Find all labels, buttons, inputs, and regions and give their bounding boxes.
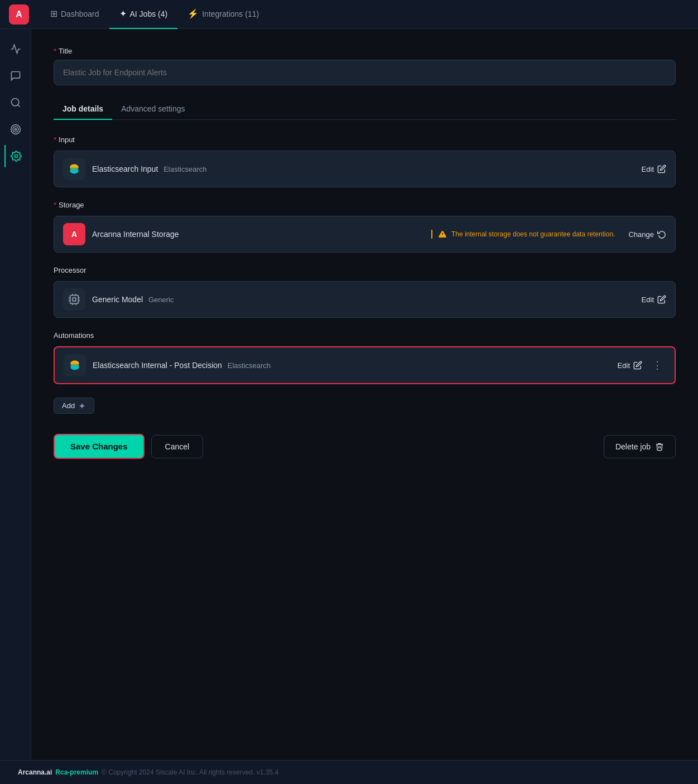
title-input[interactable] xyxy=(54,60,676,85)
input-edit-icon xyxy=(657,164,666,173)
storage-section-label: * Storage xyxy=(54,201,676,209)
nav-tab-ai-jobs-label: AI Jobs (4) xyxy=(130,9,168,18)
delete-icon xyxy=(655,442,664,451)
automation-icon xyxy=(64,354,86,376)
delete-job-label: Delete job xyxy=(615,442,651,451)
processor-edit-button[interactable]: Edit xyxy=(642,295,666,304)
storage-warning: The internal storage does not guarantee … xyxy=(431,230,615,239)
input-item-sub: Elasticsearch xyxy=(163,165,206,173)
processor-item-row: Generic Model Generic Edit xyxy=(54,281,676,318)
sidebar-item-settings[interactable] xyxy=(4,145,27,167)
sidebar-item-search[interactable] xyxy=(4,91,27,114)
integrations-icon: ⚡ xyxy=(187,8,199,19)
automation-more-button[interactable]: ⋮ xyxy=(649,357,666,374)
actions-row: Save Changes Cancel Delete job xyxy=(54,434,676,459)
title-label-text: Title xyxy=(59,47,72,55)
svg-rect-12 xyxy=(70,296,79,304)
sidebar-item-analytics[interactable] xyxy=(4,38,27,60)
elasticsearch-input-icon xyxy=(63,158,85,180)
storage-required-star: * xyxy=(54,201,56,209)
app-logo: A xyxy=(9,4,29,25)
content-area: * Title Job details Advanced settings * … xyxy=(31,29,698,760)
storage-item-row: A Arcanna Internal Storage The internal … xyxy=(54,216,676,253)
sidebar-item-target[interactable] xyxy=(4,118,27,141)
svg-point-9 xyxy=(70,167,78,171)
storage-label-text: Storage xyxy=(59,201,84,209)
sidebar-item-messages[interactable] xyxy=(4,65,27,87)
nav-tab-integrations[interactable]: ⚡ Integrations (11) xyxy=(177,0,269,29)
processor-item-info: Generic Model Generic xyxy=(92,295,174,304)
delete-job-button[interactable]: Delete job xyxy=(604,435,676,458)
nav-tabs: ⊞ Dashboard ✦ AI Jobs (4) ⚡ Integrations… xyxy=(40,0,269,29)
svg-point-4 xyxy=(15,128,16,130)
add-icon xyxy=(78,402,86,410)
processor-label-text: Processor xyxy=(54,266,86,274)
tab-job-details[interactable]: Job details xyxy=(54,99,112,120)
storage-change-label: Change xyxy=(628,230,654,239)
automation-item-row: Elasticsearch Internal - Post Decision E… xyxy=(54,346,676,384)
input-item-info: Elasticsearch Input Elasticsearch xyxy=(92,164,207,173)
footer: Arcanna.ai Rca-premium © Copyright 2024 … xyxy=(0,760,698,784)
processor-item-sub: Generic xyxy=(148,296,174,304)
processor-icon xyxy=(63,288,85,311)
storage-change-icon xyxy=(657,230,666,239)
svg-line-1 xyxy=(17,105,20,107)
automations-label-text: Automations xyxy=(54,331,94,340)
automation-item-info: Elasticsearch Internal - Post Decision E… xyxy=(93,361,271,370)
footer-brand: Arcanna.ai xyxy=(18,768,52,776)
title-required-star: * xyxy=(54,47,56,55)
processor-edit-label: Edit xyxy=(642,296,654,304)
dashboard-icon: ⊞ xyxy=(50,8,57,19)
main-layout: * Title Job details Advanced settings * … xyxy=(0,29,698,760)
automation-edit-icon xyxy=(633,361,642,370)
storage-warning-text: The internal storage does not guarantee … xyxy=(451,230,615,238)
save-changes-button[interactable]: Save Changes xyxy=(54,434,145,459)
top-nav: A ⊞ Dashboard ✦ AI Jobs (4) ⚡ Integratio… xyxy=(0,0,698,29)
footer-copyright: © Copyright 2024 Siscale AI Inc. All rig… xyxy=(102,768,278,776)
add-automation-button[interactable]: Add xyxy=(54,398,94,414)
ai-jobs-icon: ✦ xyxy=(119,8,127,19)
storage-change-button[interactable]: Change xyxy=(628,230,666,239)
nav-tab-dashboard-label: Dashboard xyxy=(61,9,99,18)
footer-plan: Rca-premium xyxy=(55,768,98,776)
cancel-button[interactable]: Cancel xyxy=(151,435,204,458)
svg-point-5 xyxy=(15,155,17,158)
processor-item-name: Generic Model xyxy=(92,295,143,304)
nav-tab-ai-jobs[interactable]: ✦ AI Jobs (4) xyxy=(109,0,178,29)
input-label-text: Input xyxy=(59,135,75,144)
automation-edit-label: Edit xyxy=(618,361,630,370)
arcanna-storage-icon: A xyxy=(63,223,85,245)
title-label: * Title xyxy=(54,47,676,55)
processor-section-label: Processor xyxy=(54,266,676,274)
tab-advanced-settings[interactable]: Advanced settings xyxy=(112,99,194,120)
svg-point-25 xyxy=(70,364,79,367)
processor-edit-icon xyxy=(657,295,666,304)
automation-edit-button[interactable]: Edit xyxy=(618,361,642,370)
automation-item-name: Elasticsearch Internal - Post Decision xyxy=(93,361,222,370)
automation-item-sub: Elasticsearch xyxy=(228,361,271,370)
input-edit-label: Edit xyxy=(642,165,654,173)
add-label: Add xyxy=(62,401,75,410)
warning-icon xyxy=(438,230,447,239)
nav-tab-dashboard[interactable]: ⊞ Dashboard xyxy=(40,0,109,29)
automations-section-label: Automations xyxy=(54,331,676,340)
svg-point-3 xyxy=(13,127,18,132)
input-item-name: Elasticsearch Input xyxy=(92,164,158,173)
input-edit-button[interactable]: Edit xyxy=(642,164,666,173)
sidebar xyxy=(0,29,31,760)
svg-rect-13 xyxy=(73,298,76,301)
nav-tab-integrations-label: Integrations (11) xyxy=(202,9,259,18)
input-section-label: * Input xyxy=(54,135,676,144)
svg-point-0 xyxy=(11,99,18,106)
tab-bar: Job details Advanced settings xyxy=(54,99,676,120)
input-required-star: * xyxy=(54,135,56,144)
input-item-row: Elasticsearch Input Elasticsearch Edit xyxy=(54,151,676,187)
storage-item-name: Arcanna Internal Storage xyxy=(92,230,179,239)
storage-item-info: Arcanna Internal Storage xyxy=(92,230,179,239)
